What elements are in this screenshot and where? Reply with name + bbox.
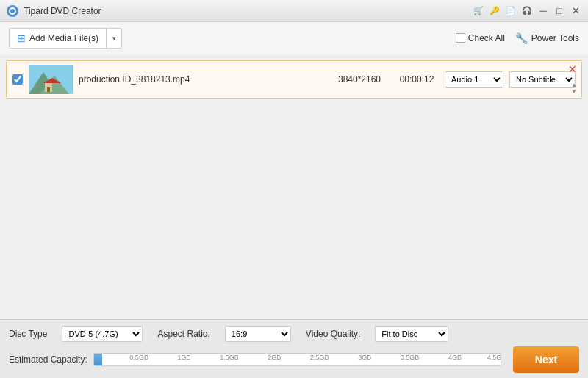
document-icon[interactable]: 📄 (504, 4, 517, 18)
aspect-ratio-label: Aspect Ratio: (157, 329, 209, 339)
add-media-main[interactable]: ⊞ Add Media File(s) (10, 29, 107, 48)
tick-1gb: 1GB (178, 354, 191, 361)
file-name: production ID_3818213.mp4 (79, 74, 324, 85)
svg-rect-8 (47, 87, 50, 92)
subtitle-select[interactable]: No Subtitle (509, 71, 576, 88)
toolbar-right: Check All 🔧 Power Tools (456, 32, 579, 44)
file-remove-button[interactable]: ✕ (568, 64, 577, 74)
key-icon[interactable]: 🔑 (488, 4, 501, 18)
file-resolution: 3840*2160 (330, 74, 389, 85)
add-media-button[interactable]: ⊞ Add Media File(s) ▾ (9, 28, 122, 49)
tick-4gb: 4GB (448, 354, 462, 361)
add-media-dropdown-arrow[interactable]: ▾ (107, 29, 121, 48)
tick-3gb: 3GB (358, 354, 371, 361)
bottom-bar: Disc Type DVD-5 (4.7G) DVD-9 (8.5G) Aspe… (0, 319, 588, 378)
app-logo (6, 4, 19, 18)
tick-2.5gb: 2.5GB (310, 354, 329, 361)
close-button[interactable]: ✕ (569, 4, 582, 18)
file-thumbnail (29, 65, 73, 94)
bottom-settings-row: Disc Type DVD-5 (4.7G) DVD-9 (8.5G) Aspe… (9, 326, 579, 342)
order-up-arrow[interactable]: ▲ (571, 82, 577, 88)
file-list-area: production ID_3818213.mp4 3840*2160 00:0… (0, 54, 588, 319)
check-all-control[interactable]: Check All (456, 33, 505, 43)
maximize-button[interactable]: □ (553, 4, 566, 18)
window-controls: 🛒 🔑 📄 🎧 ─ □ ✕ (472, 4, 582, 18)
main-area: ⊞ Add Media File(s) ▾ Check All 🔧 Power … (0, 22, 588, 319)
tick-1.5gb: 1.5GB (220, 354, 239, 361)
svg-point-2 (10, 9, 15, 13)
wrench-icon: 🔧 (515, 32, 528, 44)
check-all-checkbox[interactable] (456, 33, 465, 43)
tick-2gb: 2GB (268, 354, 281, 361)
capacity-bar: 0.5GB 1GB 1.5GB 2GB 2.5GB 3GB 3.5GB 4GB … (93, 353, 501, 366)
disc-type-select[interactable]: DVD-5 (4.7G) DVD-9 (8.5G) (62, 326, 143, 342)
tick-3.5gb: 3.5GB (401, 354, 420, 361)
add-icon: ⊞ (17, 32, 26, 44)
file-checkbox[interactable] (12, 74, 23, 85)
headset-icon[interactable]: 🎧 (520, 4, 534, 18)
cart-icon[interactable]: 🛒 (472, 4, 485, 18)
next-button[interactable]: Next (513, 346, 579, 373)
app-title: Tipard DVD Creator (24, 6, 472, 16)
video-quality-label: Video Quality: (306, 329, 361, 339)
title-bar: Tipard DVD Creator 🛒 🔑 📄 🎧 ─ □ ✕ (0, 0, 588, 22)
toolbar: ⊞ Add Media File(s) ▾ Check All 🔧 Power … (0, 22, 588, 54)
file-duration: 00:00:12 (395, 74, 439, 85)
file-order-arrows: ▲ ▼ (571, 82, 577, 95)
estimated-capacity-label: Estimated Capacity: (9, 354, 87, 365)
tick-4.5gb: 4.5GB (487, 354, 501, 361)
tick-0.5gb: 0.5GB (129, 354, 148, 361)
power-tools-button[interactable]: 🔧 Power Tools (515, 32, 579, 44)
power-tools-label: Power Tools (531, 33, 579, 43)
minimize-button[interactable]: ─ (537, 4, 550, 18)
audio-select[interactable]: Audio 1 (445, 71, 503, 88)
disc-type-label: Disc Type (9, 329, 47, 339)
file-item: production ID_3818213.mp4 3840*2160 00:0… (6, 60, 582, 99)
add-media-label: Add Media File(s) (29, 33, 98, 43)
aspect-ratio-select[interactable]: 16:9 4:3 (225, 326, 291, 342)
order-down-arrow[interactable]: ▼ (571, 89, 577, 95)
capacity-row: Estimated Capacity: 0.5GB 1GB 1.5GB 2GB … (9, 346, 579, 373)
video-quality-select[interactable]: Fit to Disc High Medium Low (375, 326, 448, 342)
check-all-label: Check All (468, 33, 505, 43)
